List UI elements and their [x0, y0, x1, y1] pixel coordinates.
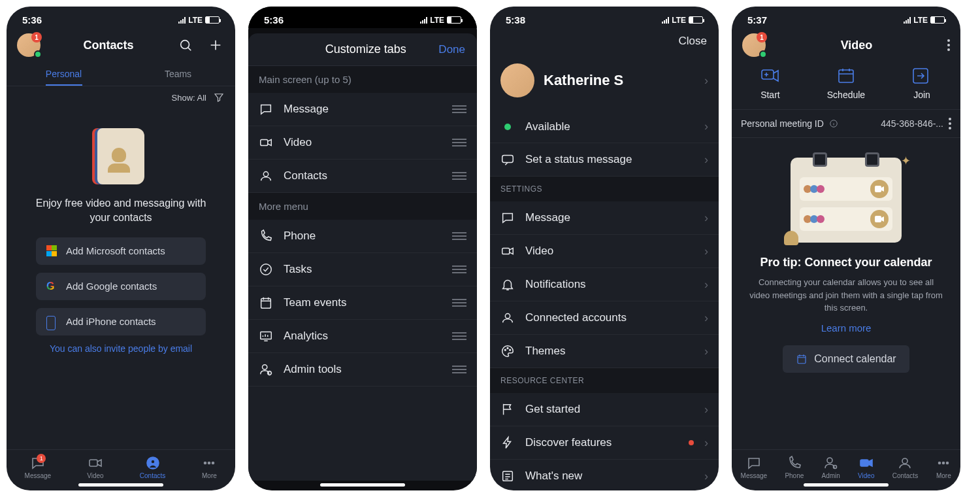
svg-rect-28 — [875, 216, 881, 222]
status-right: LTE — [178, 16, 220, 25]
status-right: LTE — [904, 16, 945, 25]
drag-handle-icon[interactable] — [452, 105, 466, 113]
tab-item-tasks[interactable]: Tasks — [248, 253, 477, 286]
meeting-id-label: Personal meeting ID — [741, 118, 824, 129]
nav-label: More — [936, 472, 951, 479]
presence-row[interactable]: Available › — [490, 111, 719, 143]
nav-more[interactable]: More — [936, 455, 951, 479]
settings-message[interactable]: Message › — [490, 201, 719, 235]
nav-video[interactable]: Video — [87, 455, 103, 479]
home-indicator[interactable] — [78, 483, 163, 487]
done-button[interactable]: Done — [438, 43, 465, 56]
modal-title: Customize tabs — [293, 43, 438, 56]
resource-discover-features[interactable]: Discover features › — [490, 426, 719, 460]
contacts-icon — [259, 169, 273, 183]
signal-icon — [662, 17, 669, 24]
tab-teams[interactable]: Teams — [121, 62, 235, 86]
avatar[interactable]: 1 — [742, 33, 766, 57]
flag-icon — [500, 402, 515, 417]
accounts-icon — [500, 311, 515, 325]
tab-item-analytics[interactable]: Analytics — [248, 320, 477, 353]
bell-icon — [500, 277, 515, 292]
nav-message[interactable]: Message — [741, 455, 768, 479]
resource-whats-new[interactable]: What's new › — [490, 460, 719, 490]
nav-message[interactable]: 1 Message — [25, 455, 52, 479]
join-button[interactable]: Join — [912, 67, 932, 100]
admin-icon — [259, 362, 273, 377]
tab-item-admin-tools[interactable]: Admin tools — [248, 353, 477, 386]
nav-video[interactable]: Video — [858, 455, 874, 479]
nav-phone[interactable]: Phone — [785, 455, 804, 479]
message-icon — [259, 102, 273, 116]
svg-point-18 — [507, 348, 508, 349]
home-indicator[interactable] — [804, 483, 889, 487]
status-bar: 5:36 LTE — [248, 7, 477, 28]
drag-handle-icon[interactable] — [452, 366, 466, 373]
add-google-button[interactable]: G Add Google contacts — [36, 273, 206, 300]
info-icon[interactable] — [829, 119, 838, 128]
connect-calendar-button[interactable]: Connect calendar — [783, 345, 909, 373]
start-button[interactable]: Start — [760, 67, 780, 100]
bottom-nav: Message Phone Admin Video Contacts More — [732, 449, 960, 481]
meeting-id-value: 445-368-846-... — [843, 118, 943, 129]
empty-text: Enjoy free video and messaging with your… — [25, 196, 217, 226]
add-icon[interactable] — [206, 36, 225, 54]
status-message-row[interactable]: Set a status message › — [490, 143, 719, 177]
invite-by-email-link[interactable]: You can also invite people by email — [25, 343, 217, 354]
bottom-nav: 1 Message Video Contacts More — [7, 449, 235, 481]
section-main-label: Main screen (up to 5) — [248, 66, 477, 93]
meeting-id-more-icon[interactable] — [949, 118, 951, 129]
add-microsoft-button[interactable]: Add Microsoft contacts — [36, 237, 206, 265]
profile-row[interactable]: Katherine S › — [490, 50, 719, 111]
message-icon — [500, 211, 515, 225]
learn-more-link[interactable]: Learn more — [743, 322, 949, 334]
nav-admin[interactable]: Admin — [822, 455, 840, 479]
filter-icon[interactable] — [213, 92, 225, 103]
tab-item-phone[interactable]: Phone — [248, 220, 477, 253]
svg-point-8 — [263, 172, 268, 177]
settings-notifications[interactable]: Notifications › — [490, 268, 719, 301]
tab-personal[interactable]: Personal — [7, 62, 121, 86]
drag-handle-icon[interactable] — [452, 232, 466, 240]
settings-label: Themes — [525, 345, 694, 358]
protip-title: Pro tip: Connect your calendar — [743, 256, 949, 269]
battery-icon — [205, 16, 220, 24]
settings-themes[interactable]: Themes › — [490, 335, 719, 368]
nav-more[interactable]: More — [201, 455, 217, 479]
more-icon[interactable] — [947, 39, 950, 51]
add-microsoft-label: Add Microsoft contacts — [66, 245, 165, 256]
svg-point-13 — [268, 371, 272, 375]
avatar[interactable]: 1 — [17, 33, 41, 57]
header: 1 Contacts — [7, 28, 235, 62]
drag-handle-icon[interactable] — [452, 332, 466, 340]
nav-contacts[interactable]: Contacts — [892, 455, 918, 479]
chevron-right-icon: › — [704, 120, 708, 133]
calendar-icon — [259, 296, 273, 310]
meeting-id-row[interactable]: Personal meeting ID 445-368-846-... — [732, 110, 960, 138]
tab-item-video[interactable]: Video — [248, 126, 477, 160]
drag-handle-icon[interactable] — [452, 299, 466, 307]
chevron-right-icon: › — [704, 211, 708, 225]
home-indicator[interactable] — [320, 483, 405, 487]
show-filter-label[interactable]: Show: All — [172, 93, 206, 103]
svg-point-9 — [261, 264, 272, 275]
schedule-button[interactable]: Schedule — [827, 67, 865, 100]
profile-avatar — [500, 63, 534, 97]
new-indicator-dot — [689, 440, 694, 445]
close-button[interactable]: Close — [490, 28, 719, 50]
tab-item-contacts[interactable]: Contacts — [248, 160, 477, 193]
settings-video[interactable]: Video › — [490, 235, 719, 268]
nav-contacts[interactable]: Contacts — [140, 455, 165, 479]
drag-handle-icon[interactable] — [452, 266, 466, 273]
resource-get-started[interactable]: Get started › — [490, 393, 719, 426]
tab-item-message[interactable]: Message — [248, 93, 477, 126]
add-iphone-button[interactable]: Add iPhone contacts — [36, 308, 206, 335]
search-icon[interactable] — [176, 36, 195, 54]
tab-item-team-events[interactable]: Team events — [248, 286, 477, 320]
chevron-right-icon: › — [704, 436, 708, 450]
nav-label: Phone — [785, 472, 804, 479]
drag-handle-icon[interactable] — [452, 139, 466, 146]
presence-dot — [34, 50, 42, 58]
drag-handle-icon[interactable] — [452, 172, 466, 180]
settings-connected-accounts[interactable]: Connected accounts › — [490, 301, 719, 335]
